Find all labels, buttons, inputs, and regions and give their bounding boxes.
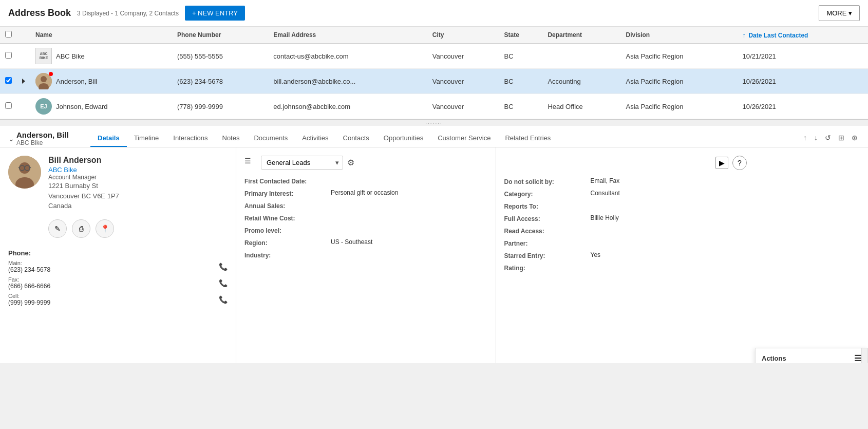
tab-opportunities[interactable]: Opportunities	[376, 130, 430, 147]
field-label: Promo level:	[244, 226, 327, 234]
field-label: Rating:	[504, 264, 587, 272]
new-entry-button[interactable]: + NEW ENTRY	[185, 6, 245, 21]
phone-number: (666) 666-6666	[8, 283, 50, 290]
segment-lines-icon[interactable]: ☰	[244, 157, 257, 169]
field-row: Partner:	[504, 239, 747, 247]
more-button[interactable]: MORE ▾	[819, 5, 860, 21]
tab-contacts[interactable]: Contacts	[336, 130, 376, 147]
table-row[interactable]: Anderson, Bill(623) 234-5678bill.anderso…	[0, 69, 868, 94]
call-icon[interactable]: 📞	[219, 279, 228, 287]
cell-state: BC	[499, 69, 543, 94]
tab-activities[interactable]: Activities	[295, 130, 335, 147]
segment-dropdown[interactable]: General LeadsSegment 2Segment 3	[261, 156, 343, 170]
location-button[interactable]: 📍	[96, 219, 114, 238]
tab-documents[interactable]: Documents	[247, 130, 295, 147]
expand-cell	[17, 69, 30, 94]
field-label: First Contacted Date:	[244, 177, 327, 185]
field-value: US - Southeast	[331, 238, 372, 246]
avatar: EJ	[35, 98, 52, 115]
expand-arrow-icon[interactable]	[22, 79, 25, 84]
detail-section: ⌄ Anderson, Bill ABC Bike DetailsTimelin…	[0, 126, 868, 363]
tab-details[interactable]: Details	[90, 130, 127, 147]
expand-cell	[17, 44, 30, 69]
cell-date_last_contacted: 10/26/2021	[738, 69, 868, 94]
cell-division: Asia Pacific Region	[620, 44, 737, 69]
phone-row: Cell:(999) 999-9999📞	[8, 293, 228, 306]
select-all-checkbox[interactable]	[5, 31, 12, 38]
col-phone[interactable]: Phone Number	[172, 27, 268, 44]
address-book-header: Address Book 3 Displayed - 1 Company, 2 …	[0, 0, 868, 27]
contact-name[interactable]: Johnson, Edward	[56, 103, 107, 110]
table-row[interactable]: ABCBIKEABC Bike(555) 555-5555contact-us@…	[0, 44, 868, 69]
print-button[interactable]: ⎙	[72, 219, 90, 238]
add-tab-button[interactable]: ⊕	[850, 133, 860, 143]
cell-city: Vancouver	[427, 44, 499, 69]
cell-phone: (623) 234-5678	[172, 69, 268, 94]
field-row: Read Access:	[504, 227, 747, 235]
row-checkbox[interactable]	[5, 52, 12, 59]
phone-row: Fax:(666) 666-6666📞	[8, 276, 228, 290]
field-label: Read Access:	[504, 227, 587, 235]
help-button[interactable]: ?	[732, 156, 747, 170]
row-checkbox-cell	[0, 69, 17, 94]
phone-label: Phone:	[8, 249, 228, 257]
contact-address: 1221 Burnaby St Vancouver BC V6E 1P7 Can…	[48, 181, 119, 211]
svg-line-8	[18, 167, 20, 168]
actions-panel: Actions ☰ ↗Make a call↙Receive a call✎Lo…	[755, 348, 868, 363]
contact-action-icons: ✎ ⎙ 📍	[48, 219, 228, 238]
phone-type-label: Fax:	[8, 276, 50, 283]
col-department[interactable]: Department	[542, 27, 620, 44]
tab-timeline[interactable]: Timeline	[127, 130, 166, 147]
col-name[interactable]: Name	[30, 27, 172, 44]
call-icon[interactable]: 📞	[219, 295, 228, 304]
cell-phone: (555) 555-5555	[172, 44, 268, 69]
phone-number: (623) 234-5678	[8, 266, 50, 273]
edit-button[interactable]: ✎	[48, 219, 67, 238]
scrollbar[interactable]	[861, 348, 867, 363]
row-checkbox-cell	[0, 94, 17, 119]
collapse-icon[interactable]: ⌄	[8, 135, 14, 143]
cell-email: ed.johnson@abcbike.com	[268, 94, 427, 119]
cell-department	[542, 44, 620, 69]
contact-name[interactable]: Anderson, Bill	[56, 78, 97, 85]
columns-button[interactable]: ⊞	[836, 133, 846, 143]
resize-handle[interactable]: .......	[0, 120, 868, 124]
hamburger-icon[interactable]: ☰	[854, 353, 861, 363]
tab-notes[interactable]: Notes	[215, 130, 247, 147]
actions-panel-header: Actions ☰	[756, 348, 867, 363]
detail-header: ⌄ Anderson, Bill ABC Bike DetailsTimelin…	[0, 126, 868, 147]
row-checkbox[interactable]	[5, 102, 12, 109]
expand-col-header	[17, 27, 30, 44]
col-city[interactable]: City	[427, 27, 499, 44]
field-row: Industry:	[244, 251, 487, 259]
field-label: Industry:	[244, 251, 327, 259]
table-row[interactable]: EJJohnson, Edward(778) 999-9999ed.johnso…	[0, 94, 868, 119]
select-all-header[interactable]	[0, 27, 17, 44]
call-icon[interactable]: 📞	[219, 263, 228, 271]
contact-name[interactable]: ABC Bike	[56, 52, 85, 60]
col-date-last-contacted[interactable]: ↑ Date Last Contacted	[738, 27, 868, 44]
phone-entry: Main:(623) 234-5678	[8, 260, 50, 273]
detail-tabs: DetailsTimelineInteractionsNotesDocument…	[90, 130, 801, 147]
tab-customer_service[interactable]: Customer Service	[430, 130, 498, 147]
move-up-button[interactable]: ↑	[801, 133, 809, 143]
field-value: Billie Holly	[591, 214, 619, 221]
col-email[interactable]: Email Address	[268, 27, 427, 44]
video-button[interactable]: ▶	[715, 157, 728, 169]
cell-date_last_contacted: 10/21/2021	[738, 44, 868, 69]
cell-state: BC	[499, 44, 543, 69]
contact-company-link[interactable]: ABC Bike	[48, 166, 119, 174]
move-down-button[interactable]: ↓	[812, 133, 820, 143]
tab-related_entries[interactable]: Related Entries	[498, 130, 558, 147]
field-row: Annual Sales:	[244, 201, 487, 210]
svg-line-10	[30, 167, 31, 168]
row-checkbox[interactable]	[5, 77, 12, 84]
field-label: Annual Sales:	[244, 201, 327, 210]
col-division[interactable]: Division	[620, 27, 737, 44]
tab-interactions[interactable]: Interactions	[166, 130, 215, 147]
name-cell: Anderson, Bill	[30, 69, 172, 94]
gear-icon[interactable]: ⚙	[347, 158, 354, 167]
col-state[interactable]: State	[499, 27, 543, 44]
refresh-button[interactable]: ↺	[823, 133, 833, 143]
field-value: Personal gift or occasion	[331, 189, 398, 196]
